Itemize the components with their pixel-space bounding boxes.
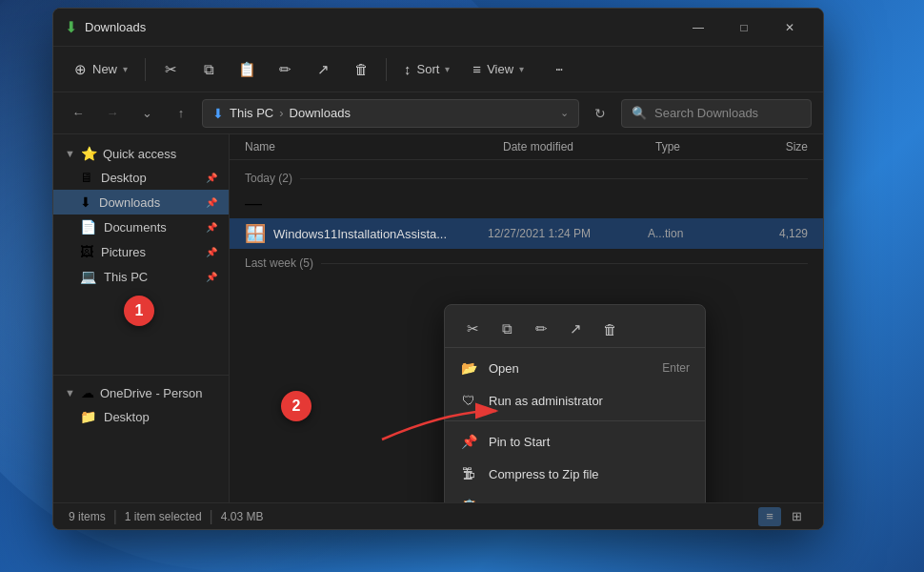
status-sep-2: | [210,508,213,525]
quick-access-icon: ⭐ [81,146,97,161]
quick-access-arrow: ▼ [65,148,75,159]
desktop-icon: 🖥 [80,170,93,185]
ctx-compress-item[interactable]: 🗜 Compress to Zip file [445,458,705,490]
delete-button[interactable]: 🗑 [344,52,378,87]
view-icon: ≡ [472,61,481,77]
address-folder-icon: ⬇ [212,106,224,121]
context-menu: ✂ ⧉ ✏ ↗ 🗑 📂 Open Enter 🛡 Run as administ… [444,304,706,502]
file-header: Name Date modified Type Size [230,134,823,160]
window-title: Downloads [85,20,676,34]
thispc-icon: 💻 [80,269,96,284]
ctx-copy-button[interactable]: ⧉ [491,315,523,343]
search-box[interactable]: 🔍 Search Downloads [621,99,812,128]
sidebar-desktop-label: Desktop [101,171,198,185]
search-icon: 🔍 [632,106,647,120]
onedrive-label: OneDrive - Person [100,386,203,400]
pin-icon-4: 📌 [206,247,217,257]
toolbar-separator-2 [386,58,387,81]
pin-icon-2: 📌 [206,197,217,208]
sidebar-documents-label: Documents [104,220,198,235]
view-label: View [487,62,513,76]
back-button[interactable]: ← [65,100,91,127]
address-path2: Downloads [290,106,351,120]
status-selected: 1 item selected [125,510,202,523]
pictures-icon: 🖼 [80,244,93,259]
view-button[interactable]: ≡ View ▾ [463,55,533,83]
ctx-pintostart-icon: 📌 [460,433,477,450]
address-path1: This PC [230,106,273,120]
sort-label: Sort [417,62,440,76]
cut-button[interactable]: ✂ [153,52,188,87]
status-sep-1: | [113,508,117,525]
sidebar-thispc-label: This PC [104,270,198,284]
sort-button[interactable]: ↕ Sort ▾ [394,55,459,83]
forward-button[interactable]: → [99,100,126,127]
sidebar-item-thispc[interactable]: 💻 This PC 📌 [53,264,229,289]
list-view-button[interactable]: ≡ [758,507,781,526]
quick-access-header[interactable]: ▼ ⭐ Quick access [53,142,229,165]
header-date: Date modified [503,140,655,153]
section-today: Today (2) [230,164,823,189]
downloads-icon: ⬇ [80,194,91,210]
close-button[interactable]: ✕ [768,12,812,43]
header-name: Name [245,140,503,153]
section-lastweek: Last week (5) [230,249,823,274]
ctx-pintostart-label: Pin to Start [489,435,678,449]
sort-icon: ↕ [404,61,412,77]
onedrive-desktop-icon: 📁 [80,409,96,424]
maximize-button[interactable]: □ [722,12,766,43]
ctx-open-icon: 📂 [460,359,477,377]
file-row-windows11[interactable]: 🪟 Windows11InstallationAssista... 12/27/… [230,218,823,249]
section-line-2 [321,263,808,264]
minimize-button[interactable]: — [676,12,720,43]
ctx-runas-label: Run as administrator [489,394,678,408]
new-chevron-icon: ▾ [123,64,128,74]
ctx-pintostart-item[interactable]: 📌 Pin to Start [445,425,705,458]
share-button[interactable]: ↗ [306,52,340,87]
onedrive-arrow: ▼ [65,387,75,398]
sidebar-item-documents[interactable]: 📄 Documents 📌 [53,214,229,239]
rename-button[interactable]: ✏ [268,52,302,87]
more-button[interactable]: ··· [541,52,575,87]
section-today-label: Today (2) [245,172,292,185]
ctx-copypath-label: Copy as path [489,500,678,503]
refresh-button[interactable]: ↻ [587,100,613,127]
ctx-compress-label: Compress to Zip file [489,467,678,481]
file-row-placeholder[interactable]: — [230,189,823,218]
status-bar: 9 items | 1 item selected | 4.03 MB ≡ ⊞ [53,502,823,529]
address-input[interactable]: ⬇ This PC › Downloads ⌄ [202,99,579,128]
ctx-rename-button[interactable]: ✏ [525,315,557,343]
ctx-cut-button[interactable]: ✂ [456,315,489,343]
sidebar-item-pictures[interactable]: 🖼 Pictures 📌 [53,239,229,264]
pin-icon-3: 📌 [206,222,217,233]
sidebar-item-onedrive-desktop[interactable]: 📁 Desktop [53,404,229,429]
file-icon-windows11: 🪟 [245,223,266,244]
ctx-delete-button[interactable]: 🗑 [593,315,626,343]
ctx-runas-item[interactable]: 🛡 Run as administrator [445,384,705,417]
onedrive-icon: ☁ [81,385,94,400]
new-button[interactable]: ⊕ New ▾ [65,55,137,84]
toolbar-separator-1 [145,58,146,81]
sidebar-item-desktop[interactable]: 🖥 Desktop 📌 [53,165,229,190]
up-button[interactable]: ↑ [168,100,194,127]
pin-icon-5: 📌 [206,272,217,282]
section-line [300,178,808,179]
ctx-open-label: Open [489,361,651,376]
file-size-windows11: 4,129 [751,227,808,240]
ctx-share-button[interactable]: ↗ [559,315,592,343]
recent-button[interactable]: ⌄ [133,100,160,127]
view-chevron-icon: ▾ [519,64,524,74]
ctx-runas-icon: 🛡 [460,392,477,409]
grid-view-button[interactable]: ⊞ [785,507,808,526]
onedrive-header[interactable]: ▼ ☁ OneDrive - Person [53,381,229,404]
paste-button[interactable]: 📋 [230,52,264,87]
quick-access-label: Quick access [103,147,176,161]
file-explorer-window: ⬇ Downloads — □ ✕ ⊕ New ▾ ✂ ⧉ 📋 ✏ ↗ 🗑 ↕ … [52,8,824,530]
file-name-windows11: Windows11InstallationAssista... [273,227,480,241]
ctx-open-item[interactable]: 📂 Open Enter [445,352,705,384]
ctx-copypath-item[interactable]: 📋 Copy as path [445,490,705,502]
copy-button[interactable]: ⧉ [191,52,226,87]
file-area: Name Date modified Type Size Today (2) — [230,134,823,502]
sidebar-item-downloads[interactable]: ⬇ Downloads 📌 [53,190,229,214]
pin-icon: 📌 [206,173,217,183]
